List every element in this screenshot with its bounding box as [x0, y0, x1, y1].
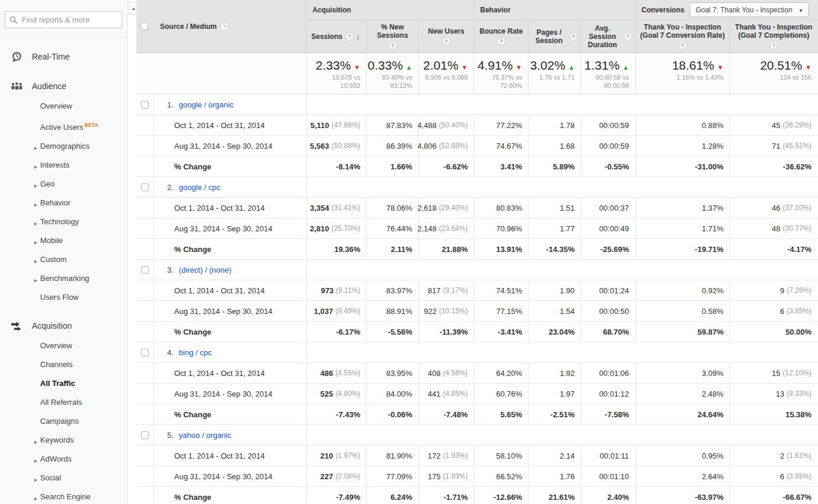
- metric-subvalue: (23.64%): [439, 224, 468, 233]
- sidebar-item-custom[interactable]: Custom: [0, 250, 127, 269]
- change-cell: 68.70%: [581, 322, 635, 342]
- sidebar-item-geo[interactable]: Geo: [0, 175, 127, 194]
- summary-cell: 2.01%8,905 vs 9,088: [418, 53, 474, 94]
- summary-comparison: 10,678 vs 10,933: [311, 73, 360, 90]
- column-header-new-users[interactable]: New Users: [418, 20, 474, 53]
- change-value: -4.17%: [787, 245, 812, 254]
- metric-value: 46: [772, 204, 780, 212]
- date-range-cell: Aug 31, 2014 - Sep 30, 2014: [153, 301, 307, 321]
- row-checkbox[interactable]: [141, 184, 149, 191]
- metric-value: 1.51: [560, 204, 575, 212]
- metric-cell: 1.97: [528, 384, 581, 404]
- sidebar-section-acquisition-header[interactable]: Acquisition: [0, 318, 127, 334]
- sidebar-item-adwords[interactable]: AdWords: [0, 450, 127, 469]
- checkbox-cell: [136, 425, 153, 445]
- empty-cell: [366, 425, 418, 445]
- sidebar-item-active-users[interactable]: Active UsersBETA: [0, 116, 127, 137]
- change-label: % Change: [174, 493, 211, 502]
- change-value: 13.91%: [496, 245, 522, 254]
- help-icon[interactable]: [624, 32, 632, 41]
- column-header-label: New Users: [428, 27, 464, 35]
- metric-cell: 1.37%: [635, 198, 729, 218]
- search-input[interactable]: [22, 12, 120, 28]
- metric-value: 00:01:06: [599, 369, 629, 378]
- metric-value: 1.71%: [702, 224, 724, 233]
- sidebar-item-interests[interactable]: Interests: [0, 156, 127, 175]
- sidebar-item-all-traffic[interactable]: All Traffic: [0, 374, 127, 393]
- row-checkbox[interactable]: [141, 349, 149, 356]
- sidebar-item-social[interactable]: Social: [0, 469, 127, 487]
- help-icon[interactable]: [569, 32, 578, 41]
- checkbox-cell: [136, 198, 153, 218]
- sidebar-item-overview[interactable]: Overview: [0, 97, 127, 116]
- change-cell: 1.66%: [366, 156, 418, 176]
- row-checkbox[interactable]: [141, 431, 149, 439]
- metric-value: 172: [428, 451, 441, 460]
- column-header-new-sessions[interactable]: % New Sessions: [366, 20, 418, 53]
- sidebar-section-items: OverviewChannelsAll TrafficAll Referrals…: [0, 334, 127, 504]
- table-row-change: % Change-7.43%-0.06%-7.48%5.65%-2.51%-7.…: [136, 404, 818, 425]
- change-value: -14.35%: [546, 245, 575, 254]
- realtime-icon: [9, 51, 24, 63]
- source-link[interactable]: yahoo / organic: [179, 431, 232, 440]
- metric-cell: 78.06%: [366, 198, 418, 218]
- help-icon[interactable]: [389, 41, 397, 50]
- empty-cell: [635, 177, 729, 197]
- select-all-checkbox[interactable]: [141, 22, 148, 30]
- metric-value: 74.67%: [496, 142, 522, 150]
- column-header-thank-you-inspection-goal-7-completions[interactable]: Thank You - Inspection (Goal 7 Completio…: [729, 20, 817, 53]
- help-icon[interactable]: [497, 37, 506, 45]
- source-link[interactable]: (direct) / (none): [179, 266, 232, 274]
- metric-cell: 66.52%: [474, 466, 528, 486]
- metric-subvalue: (30.77%): [783, 224, 812, 233]
- sidebar-item-behavior[interactable]: Behavior: [0, 194, 127, 212]
- row-checkbox[interactable]: [141, 266, 149, 274]
- column-header-avg-session-duration[interactable]: Avg. Session Duration: [581, 20, 635, 53]
- source-link[interactable]: google / organic: [179, 100, 234, 109]
- sidebar-item-overview[interactable]: Overview: [0, 336, 127, 355]
- metric-value: 80.83%: [496, 204, 522, 212]
- column-header-thank-you-inspection-goal-7-conversion-rate[interactable]: Thank You - Inspection (Goal 7 Conversio…: [635, 20, 729, 53]
- summary-cell: 0.33%83.40% vs 83.12%: [366, 53, 418, 94]
- column-header-bounce-rate[interactable]: Bounce Rate: [474, 20, 528, 53]
- report-search[interactable]: [5, 11, 122, 28]
- help-icon[interactable]: [220, 22, 229, 31]
- table-row-source: 2.google / cpc: [136, 177, 818, 198]
- sidebar-item-users-flow[interactable]: Users Flow: [0, 288, 127, 307]
- source-link[interactable]: bing / cpc: [179, 348, 212, 357]
- sidebar-item-demographics[interactable]: Demographics: [0, 137, 127, 156]
- change-value: 3.41%: [500, 162, 522, 171]
- metric-value: 00:00:59: [599, 121, 629, 130]
- sidebar-item-mobile[interactable]: Mobile: [0, 231, 127, 250]
- change-value: 24.64%: [698, 410, 724, 419]
- column-header-pages-session[interactable]: Pages / Session: [528, 20, 581, 53]
- metric-subvalue: (50.40%): [439, 121, 468, 129]
- metric-value: 58.10%: [496, 451, 522, 460]
- metric-value: 84.00%: [386, 390, 412, 398]
- sidebar-item-campaigns[interactable]: Campaigns: [0, 412, 127, 431]
- change-cell: 59.87%: [635, 322, 729, 342]
- row-checkbox[interactable]: [141, 101, 149, 109]
- column-header-sessions[interactable]: Sessions: [307, 20, 366, 53]
- source-link[interactable]: google / cpc: [179, 183, 220, 192]
- help-icon[interactable]: [346, 32, 354, 41]
- help-icon[interactable]: [442, 37, 451, 45]
- sidebar-section-real-time-header[interactable]: Real-Time: [0, 48, 127, 65]
- metric-value: 2,148: [418, 224, 437, 233]
- sidebar-item-channels[interactable]: Channels: [0, 355, 127, 374]
- sidebar-item-keywords[interactable]: Keywords: [0, 431, 127, 450]
- sidebar-item-search-engine-optimization[interactable]: Search Engine Optimization: [0, 487, 127, 504]
- help-icon[interactable]: [679, 41, 687, 50]
- checkbox-cell: [136, 136, 153, 156]
- goal-selector-dropdown[interactable]: Goal 7: Thank You - Inspection: [690, 2, 809, 17]
- sidebar-item-technology[interactable]: Technology: [0, 212, 127, 231]
- sidebar-section-audience-header[interactable]: Audience: [0, 78, 127, 94]
- arrow-up-icon: [406, 59, 412, 71]
- sidebar-item-benchmarking[interactable]: Benchmarking: [0, 269, 127, 288]
- column-header-label: % New Sessions: [370, 23, 415, 40]
- metric-cell: 48(30.77%): [729, 218, 817, 238]
- change-cell: -2.51%: [528, 404, 581, 424]
- sidebar-item-all-referrals[interactable]: All Referrals: [0, 393, 127, 412]
- help-icon[interactable]: [770, 41, 778, 50]
- metric-subvalue: (3.85%): [787, 307, 812, 315]
